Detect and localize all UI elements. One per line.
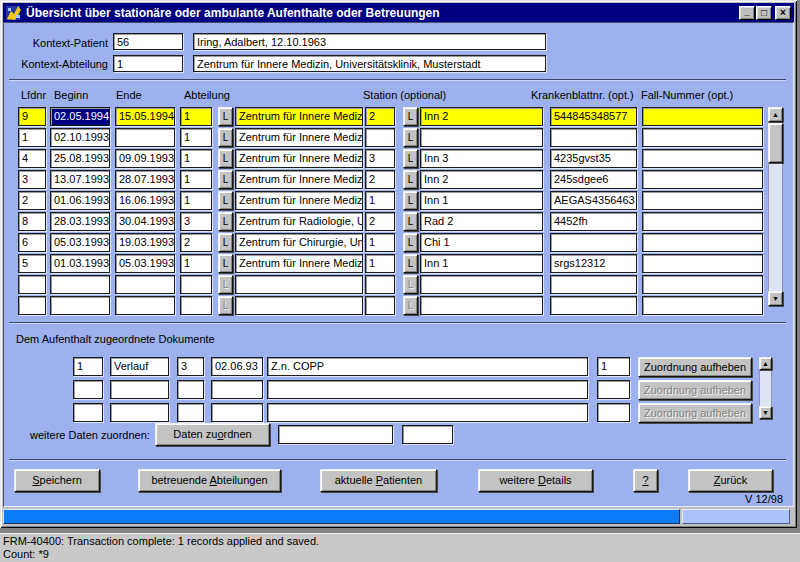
scroll-down-icon[interactable]: ▼ bbox=[759, 406, 772, 419]
doc-ref-field[interactable] bbox=[597, 380, 630, 399]
stay-krankenblattnr-field[interactable]: srgs12312 bbox=[550, 254, 637, 273]
stay-beginn-field[interactable]: 02.05.1994 bbox=[50, 107, 110, 126]
stay-abteilung-name-field[interactable]: Zentrum für Innere Medizin bbox=[235, 149, 363, 168]
maximize-button[interactable]: □ bbox=[756, 6, 772, 20]
abteilung-lov-button[interactable]: L bbox=[218, 254, 233, 273]
doc-anzahl-field[interactable] bbox=[177, 403, 204, 422]
stay-station-nr-field[interactable] bbox=[365, 275, 395, 294]
stay-beginn-field[interactable]: 25.08.1993 bbox=[50, 149, 110, 168]
station-lov-button[interactable]: L bbox=[403, 212, 418, 231]
stay-krankenblattnr-field[interactable]: 4235gvst35 bbox=[550, 149, 637, 168]
stay-station-nr-field[interactable]: 3 bbox=[365, 149, 395, 168]
unassign-button[interactable]: Zuordnung aufheben bbox=[638, 357, 752, 377]
doc-typ-field[interactable] bbox=[110, 380, 169, 399]
stay-station-nr-field[interactable]: 1 bbox=[365, 191, 395, 210]
stay-abteilung-name-field[interactable]: Zentrum für Radiologie, Un bbox=[235, 212, 363, 231]
station-lov-button[interactable]: L bbox=[403, 149, 418, 168]
stay-station-name-field[interactable] bbox=[420, 275, 543, 294]
doc-nr-field[interactable] bbox=[73, 380, 103, 399]
abteilung-lov-button[interactable]: L bbox=[218, 191, 233, 210]
stay-krankenblattnr-field[interactable]: 544845348577 bbox=[550, 107, 637, 126]
stay-ende-field[interactable]: 19.03.1993 bbox=[115, 233, 175, 252]
abteilung-lov-button[interactable]: L bbox=[218, 128, 233, 147]
stay-abteilung-name-field[interactable]: Zentrum für Innere Medizin bbox=[235, 191, 363, 210]
stay-lfdnr-field[interactable]: 4 bbox=[18, 149, 46, 168]
stay-fall-nummer-field[interactable] bbox=[642, 275, 763, 294]
stay-abteilung-nr-field[interactable]: 1 bbox=[180, 170, 212, 189]
context-patient-name-field[interactable]: Iring, Adalbert, 12.10.1963 bbox=[193, 33, 546, 50]
stay-abteilung-name-field[interactable]: Zentrum für Chirurgie, Uni bbox=[235, 233, 363, 252]
doc-nr-field[interactable]: 1 bbox=[73, 357, 103, 376]
stay-ende-field[interactable] bbox=[115, 128, 175, 147]
stay-abteilung-name-field[interactable]: Zentrum für Innere Medizin bbox=[235, 170, 363, 189]
context-department-name-field[interactable]: Zentrum für Innere Medizin, Universitäts… bbox=[193, 55, 546, 72]
abteilung-lov-button[interactable]: L bbox=[218, 233, 233, 252]
stay-abteilung-nr-field[interactable]: 1 bbox=[180, 191, 212, 210]
doc-typ-field[interactable]: Verlauf bbox=[110, 357, 169, 376]
stay-ende-field[interactable]: 16.06.1993 bbox=[115, 191, 175, 210]
doc-typ-field[interactable] bbox=[110, 403, 169, 422]
station-lov-button[interactable]: L bbox=[403, 128, 418, 147]
stay-beginn-field[interactable]: 05.03.1993 bbox=[50, 233, 110, 252]
stay-station-nr-field[interactable] bbox=[365, 128, 395, 147]
stay-lfdnr-field[interactable]: 8 bbox=[18, 212, 46, 231]
stay-krankenblattnr-field[interactable]: 4452fh bbox=[550, 212, 637, 231]
context-department-id-field[interactable]: 1 bbox=[113, 55, 183, 72]
station-lov-button[interactable]: L bbox=[403, 107, 418, 126]
stay-station-name-field[interactable]: Inn 2 bbox=[420, 107, 543, 126]
stay-beginn-field[interactable] bbox=[50, 296, 110, 315]
stay-station-nr-field[interactable]: 2 bbox=[365, 170, 395, 189]
doc-nr-field[interactable] bbox=[73, 403, 103, 422]
stay-fall-nummer-field[interactable] bbox=[642, 107, 763, 126]
stay-beginn-field[interactable]: 28.03.1993 bbox=[50, 212, 110, 231]
stay-fall-nummer-field[interactable] bbox=[642, 212, 763, 231]
stay-abteilung-name-field[interactable]: Zentrum für Innere Medizin bbox=[235, 128, 363, 147]
save-button[interactable]: Speichern bbox=[14, 469, 100, 492]
scroll-up-icon[interactable]: ▲ bbox=[768, 107, 783, 122]
abteilung-lov-button[interactable]: L bbox=[218, 149, 233, 168]
h-scrollbar-thumb[interactable] bbox=[3, 509, 680, 524]
stay-beginn-field[interactable] bbox=[50, 275, 110, 294]
stay-fall-nummer-field[interactable] bbox=[642, 233, 763, 252]
stay-abteilung-nr-field[interactable] bbox=[180, 275, 212, 294]
stay-krankenblattnr-field[interactable] bbox=[550, 275, 637, 294]
station-lov-button[interactable]: L bbox=[403, 170, 418, 189]
stay-lfdnr-field[interactable]: 6 bbox=[18, 233, 46, 252]
stay-beginn-field[interactable]: 02.10.1993 bbox=[50, 128, 110, 147]
context-patient-id-field[interactable]: 56 bbox=[113, 33, 183, 50]
more-details-button[interactable]: weitere Details bbox=[478, 469, 593, 492]
stay-station-nr-field[interactable]: 2 bbox=[365, 107, 395, 126]
stay-station-nr-field[interactable] bbox=[365, 296, 395, 315]
abteilung-lov-button[interactable]: L bbox=[218, 170, 233, 189]
stay-station-name-field[interactable] bbox=[420, 128, 543, 147]
current-patients-button[interactable]: aktuelle Patienten bbox=[320, 469, 437, 492]
stay-abteilung-nr-field[interactable]: 2 bbox=[180, 233, 212, 252]
doc-ref-field[interactable] bbox=[597, 403, 630, 422]
stay-fall-nummer-field[interactable] bbox=[642, 128, 763, 147]
scroll-down-icon[interactable]: ▼ bbox=[768, 291, 783, 306]
stay-lfdnr-field[interactable]: 5 bbox=[18, 254, 46, 273]
stay-ende-field[interactable]: 28.07.1993 bbox=[115, 170, 175, 189]
stay-lfdnr-field[interactable]: 2 bbox=[18, 191, 46, 210]
doc-text-field[interactable] bbox=[267, 380, 588, 399]
stay-station-nr-field[interactable]: 1 bbox=[365, 254, 395, 273]
doc-text-field[interactable]: Z.n. COPP bbox=[267, 357, 588, 376]
stay-abteilung-nr-field[interactable]: 1 bbox=[180, 254, 212, 273]
stay-ende-field[interactable]: 15.05.1994 bbox=[115, 107, 175, 126]
station-lov-button[interactable]: L bbox=[403, 254, 418, 273]
assign-data-button[interactable]: Daten zuordnen bbox=[155, 423, 270, 446]
back-button[interactable]: Zurück bbox=[688, 469, 773, 492]
stay-lfdnr-field[interactable]: 1 bbox=[18, 128, 46, 147]
stay-krankenblattnr-field[interactable] bbox=[550, 296, 637, 315]
stay-fall-nummer-field[interactable] bbox=[642, 170, 763, 189]
stay-beginn-field[interactable]: 01.03.1993 bbox=[50, 254, 110, 273]
stay-abteilung-name-field[interactable]: Zentrum für Innere Medizin bbox=[235, 254, 363, 273]
assign-field-2[interactable] bbox=[402, 425, 453, 444]
stay-ende-field[interactable]: 30.04.1993 bbox=[115, 212, 175, 231]
stay-station-name-field[interactable]: Chi 1 bbox=[420, 233, 543, 252]
scroll-thumb[interactable] bbox=[768, 123, 783, 163]
stay-krankenblattnr-field[interactable]: AEGAS4356463 bbox=[550, 191, 637, 210]
stay-fall-nummer-field[interactable] bbox=[642, 254, 763, 273]
stay-lfdnr-field[interactable]: 3 bbox=[18, 170, 46, 189]
close-button[interactable]: × bbox=[775, 6, 791, 20]
